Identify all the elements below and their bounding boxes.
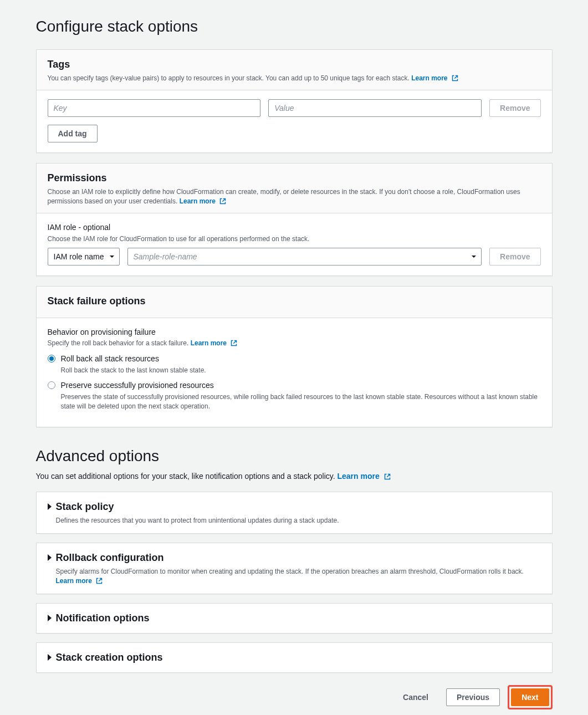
- tag-key-input[interactable]: [48, 99, 261, 117]
- next-button[interactable]: Next: [511, 688, 549, 706]
- notification-options-title: Notification options: [56, 611, 150, 625]
- rollback-learn-more-link[interactable]: Learn more: [56, 577, 103, 585]
- radio-icon: [48, 381, 55, 389]
- radio-rollback-all[interactable]: Roll back all stack resources Roll back …: [48, 354, 541, 375]
- behavior-help: Specify the roll back behavior for a sta…: [48, 339, 541, 348]
- expando-rollback-config[interactable]: Rollback configuration Specify alarms fo…: [36, 543, 553, 594]
- external-link-icon: [219, 198, 226, 205]
- iam-role-field-label: IAM role - optional: [48, 222, 541, 233]
- external-link-icon: [384, 473, 391, 480]
- external-link-icon: [452, 75, 458, 81]
- external-link-icon: [96, 578, 103, 584]
- rollback-config-desc: Specify alarms for CloudFormation to mon…: [56, 567, 541, 586]
- cancel-button[interactable]: Cancel: [393, 688, 438, 706]
- tag-value-input[interactable]: [268, 99, 482, 117]
- permissions-panel: Permissions Choose an IAM role to explic…: [36, 163, 553, 276]
- iam-role-name-select[interactable]: Sample-role-name: [127, 248, 482, 265]
- radio-rollback-all-label: Roll back all stack resources: [61, 354, 206, 365]
- expando-stack-policy[interactable]: Stack policy Defines the resources that …: [36, 492, 553, 534]
- permissions-title: Permissions: [48, 171, 541, 185]
- advanced-heading: Advanced options: [36, 445, 553, 467]
- caret-right-icon: [48, 554, 52, 561]
- radio-preserve[interactable]: Preserve successfully provisioned resour…: [48, 380, 541, 411]
- permissions-learn-more-link[interactable]: Learn more: [180, 197, 227, 205]
- chevron-down-icon: [109, 254, 115, 259]
- caret-right-icon: [48, 503, 52, 510]
- tags-title: Tags: [48, 58, 541, 72]
- stack-policy-desc: Defines the resources that you want to p…: [56, 516, 541, 525]
- advanced-learn-more-link[interactable]: Learn more: [337, 472, 390, 481]
- rollback-config-title: Rollback configuration: [56, 551, 164, 565]
- remove-role-button[interactable]: Remove: [489, 248, 540, 265]
- radio-icon: [48, 355, 55, 362]
- remove-tag-button[interactable]: Remove: [489, 99, 540, 117]
- iam-role-field-help: Choose the IAM role for CloudFormation t…: [48, 234, 541, 244]
- chevron-down-icon: [471, 254, 477, 259]
- radio-preserve-label: Preserve successfully provisioned resour…: [61, 380, 541, 391]
- external-link-icon: [231, 340, 237, 346]
- add-tag-button[interactable]: Add tag: [48, 125, 98, 142]
- tags-learn-more-link[interactable]: Learn more: [411, 74, 458, 82]
- radio-preserve-desc: Preserves the state of successfully prov…: [61, 392, 541, 411]
- failure-learn-more-link[interactable]: Learn more: [191, 339, 238, 347]
- stack-failure-title: Stack failure options: [48, 294, 541, 308]
- permissions-desc: Choose an IAM role to explicitly define …: [48, 187, 541, 206]
- previous-button[interactable]: Previous: [446, 688, 500, 706]
- caret-right-icon: [48, 654, 52, 661]
- behavior-label: Behavior on provisioning failure: [48, 327, 541, 338]
- caret-right-icon: [48, 615, 52, 621]
- tags-desc: You can specify tags (key-value pairs) t…: [48, 74, 541, 83]
- page-title: Configure stack options: [36, 16, 553, 37]
- radio-rollback-all-desc: Roll back the stack to the last known st…: [61, 366, 206, 375]
- expando-stack-creation-options[interactable]: Stack creation options: [36, 642, 553, 673]
- tags-panel: Tags You can specify tags (key-value pai…: [36, 49, 553, 153]
- next-button-highlight: Next: [508, 685, 552, 709]
- advanced-sub: You can set additional options for your …: [36, 471, 553, 482]
- stack-creation-options-title: Stack creation options: [56, 651, 163, 665]
- stack-failure-panel: Stack failure options Behavior on provis…: [36, 286, 553, 427]
- expando-notification-options[interactable]: Notification options: [36, 603, 553, 634]
- footer-actions: Cancel Previous Next: [36, 682, 553, 711]
- iam-role-type-select[interactable]: IAM role name: [48, 248, 120, 265]
- stack-policy-title: Stack policy: [56, 500, 114, 514]
